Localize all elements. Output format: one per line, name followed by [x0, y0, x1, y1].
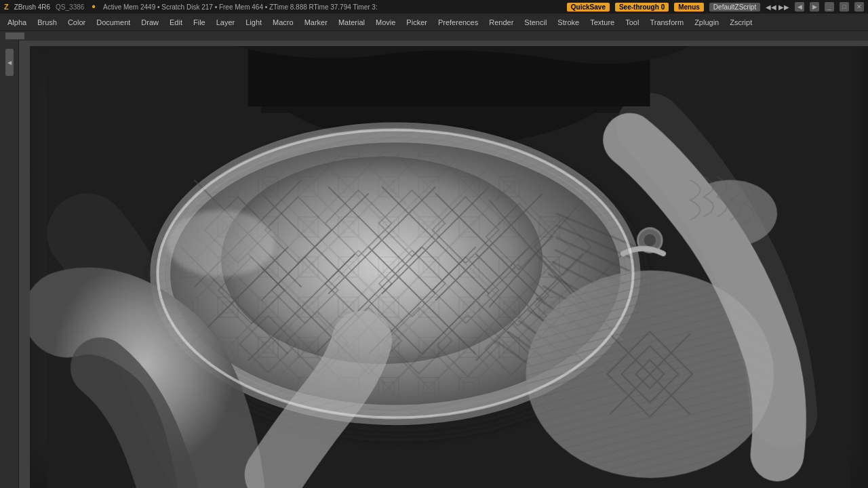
menu-texture[interactable]: Texture: [585, 16, 619, 28]
menu-tool[interactable]: Tool: [620, 16, 644, 28]
menu-movie[interactable]: Movie: [371, 16, 400, 28]
menu-light[interactable]: Light: [241, 16, 267, 28]
defaultzscript-button[interactable]: DefaultZScript: [709, 3, 760, 12]
menu-draw[interactable]: Draw: [136, 16, 163, 28]
window-minimize[interactable]: _: [825, 2, 834, 12]
menu-preferences[interactable]: Preferences: [433, 16, 483, 28]
menu-zscript[interactable]: Zscript: [725, 16, 757, 28]
main-area: ◀: [0, 41, 868, 488]
menu-macro[interactable]: Macro: [268, 16, 298, 28]
window-maximize[interactable]: □: [840, 2, 849, 12]
menu-brush[interactable]: Brush: [33, 16, 62, 28]
separator-dot: •: [92, 1, 96, 13]
3d-viewport[interactable]: [30, 46, 868, 488]
svg-point-82: [684, 180, 777, 247]
menu-zplugin[interactable]: Zplugin: [690, 16, 724, 28]
menu-marker[interactable]: Marker: [300, 16, 332, 28]
menu-stencil[interactable]: Stencil: [519, 16, 551, 28]
nav-back-button[interactable]: ◀: [795, 2, 804, 12]
menu-file[interactable]: File: [189, 16, 210, 28]
menu-layer[interactable]: Layer: [212, 16, 240, 28]
sneaker-render-svg: [30, 46, 868, 488]
project-name: QS_3386: [56, 3, 84, 11]
menu-picker[interactable]: Picker: [401, 16, 432, 28]
menus-button[interactable]: Menus: [674, 3, 704, 12]
menu-bar: Alpha Brush Color Document Draw Edit Fil…: [0, 14, 868, 31]
toolbar-strip: [0, 31, 868, 41]
nav-arrows[interactable]: ◀◀ ▶▶: [766, 3, 789, 11]
nav-forward-button[interactable]: ▶: [810, 2, 819, 12]
menu-alpha[interactable]: Alpha: [3, 16, 31, 28]
status-info: Active Mem 2449 • Scratch Disk 217 • Fre…: [103, 3, 561, 11]
window-close[interactable]: ✕: [854, 2, 864, 12]
small-toolbar-btn[interactable]: [5, 33, 24, 39]
app-name: ZBrush 4R6: [14, 3, 50, 11]
quick-save-button[interactable]: QuickSave: [567, 3, 610, 12]
sidebar-expand-btn[interactable]: ◀: [5, 49, 14, 76]
menu-render[interactable]: Render: [484, 16, 518, 28]
title-bar: Z ZBrush 4R6 QS_3386 • Active Mem 2449 •…: [0, 0, 868, 14]
menu-transform[interactable]: Transform: [645, 16, 688, 28]
menu-color[interactable]: Color: [63, 16, 90, 28]
menu-stroke[interactable]: Stroke: [553, 16, 584, 28]
left-sidebar: ◀: [0, 41, 19, 488]
see-through-button[interactable]: See-through 0: [615, 3, 669, 12]
app-logo: Z: [4, 3, 9, 11]
canvas-area[interactable]: [19, 41, 868, 488]
svg-point-84: [643, 234, 656, 247]
menu-material[interactable]: Material: [334, 16, 370, 28]
menu-edit[interactable]: Edit: [165, 16, 187, 28]
menu-document[interactable]: Document: [92, 16, 135, 28]
